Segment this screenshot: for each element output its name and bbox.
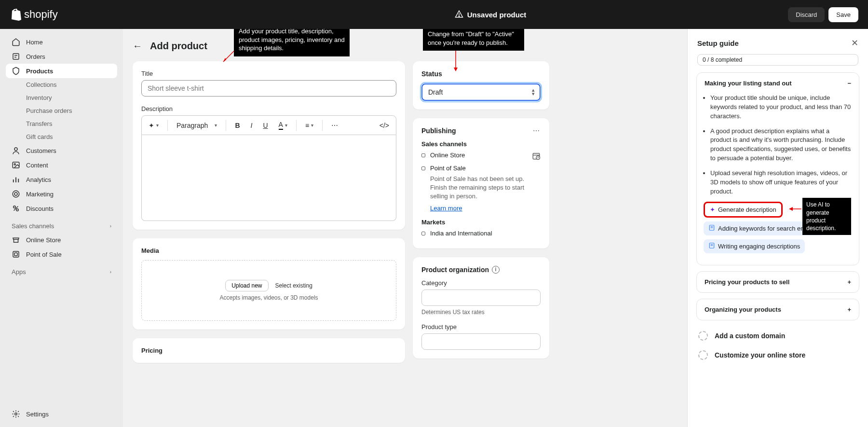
pub-pos: Point of Sale — [421, 165, 541, 172]
status-select[interactable]: Draft — [421, 83, 541, 101]
ai-sparkle-button[interactable]: ✦ ▾ — [147, 120, 161, 131]
svg-marker-27 — [789, 207, 793, 211]
nav-content[interactable]: Content — [6, 158, 117, 172]
chevron-right-icon: › — [110, 269, 111, 275]
annotation-status: Change from "Draft" to "Active" once you… — [423, 29, 524, 51]
market-row: India and International — [421, 230, 541, 237]
chevron-right-icon: › — [110, 223, 111, 229]
setup-section-organizing-toggle[interactable]: Organizing your products + — [697, 299, 859, 320]
pricing-title: Pricing — [141, 347, 396, 354]
setup-guide-panel: Setup guide ✕ 0 / 8 completed Making you… — [687, 29, 868, 427]
svg-marker-22 — [454, 68, 458, 71]
customers-icon — [12, 146, 20, 155]
organization-card: Product organization i Category Determin… — [413, 257, 549, 358]
svg-marker-20 — [223, 58, 226, 62]
description-editor[interactable] — [141, 135, 396, 221]
organization-title: Product organization i — [421, 266, 541, 274]
svg-rect-17 — [14, 253, 17, 256]
nav-home[interactable]: Home — [6, 35, 117, 49]
nav-orders[interactable]: Orders — [6, 49, 117, 64]
nav-products[interactable]: Products — [6, 64, 117, 78]
media-card: Media Upload new Select existing Accepts… — [133, 238, 405, 330]
sidebar: Home Orders Products Collections Invento… — [0, 29, 123, 427]
italic-button[interactable]: I — [249, 120, 255, 131]
nav-settings[interactable]: Settings — [6, 407, 117, 421]
category-label: Category — [421, 279, 541, 287]
description-label: Description — [141, 105, 396, 112]
pos-icon — [12, 250, 20, 259]
close-icon[interactable]: ✕ — [851, 38, 858, 48]
category-hint: Determines US tax rates — [421, 309, 541, 316]
title-input[interactable] — [141, 80, 396, 96]
media-hint: Accepts images, videos, or 3D models — [219, 294, 318, 301]
setup-section-listing-toggle[interactable]: Making your listing stand out − — [697, 73, 859, 94]
upload-new-button[interactable]: Upload new — [225, 280, 268, 291]
nav-gift-cards[interactable]: Gift cards — [6, 130, 117, 143]
page-title: Add product — [150, 41, 207, 52]
nav-discounts[interactable]: Discounts — [6, 201, 117, 216]
text-color-button[interactable]: A ▾ — [277, 119, 289, 132]
nav-purchase-orders[interactable]: Purchase orders — [6, 104, 117, 117]
svg-rect-16 — [13, 251, 19, 257]
info-icon[interactable]: i — [492, 266, 500, 274]
svg-line-15 — [14, 207, 18, 211]
markets-label: Markets — [421, 219, 541, 226]
publishing-more-button[interactable]: ⋯ — [533, 127, 541, 135]
category-input[interactable] — [421, 289, 541, 306]
paragraph-dropdown[interactable]: Paragraph ▾ — [175, 120, 219, 131]
topbar: shopify Unsaved product Discard Save — [0, 0, 868, 29]
nav-pos[interactable]: Point of Sale — [6, 247, 117, 262]
nav-inventory[interactable]: Inventory — [6, 91, 117, 104]
nav-transfers[interactable]: Transfers — [6, 117, 117, 130]
save-button[interactable]: Save — [828, 7, 858, 22]
nav-online-store[interactable]: Online Store — [6, 233, 117, 247]
content-icon — [12, 161, 20, 169]
writing-chip[interactable]: Writing engaging descriptions — [704, 239, 805, 253]
calendar-icon[interactable] — [532, 152, 541, 162]
pos-note: Point of Sale has not been set up. Finis… — [421, 175, 541, 201]
svg-point-11 — [13, 191, 19, 197]
todo-circle-icon — [698, 331, 708, 341]
sparkle-icon: ✦ — [710, 206, 715, 213]
pricing-card: Pricing — [133, 338, 405, 363]
product-type-label: Product type — [421, 323, 541, 331]
select-arrows-icon: ▴▾ — [532, 88, 535, 96]
more-formatting-button[interactable]: ⋯ — [329, 120, 340, 131]
nav-collections[interactable]: Collections — [6, 78, 117, 91]
plus-icon: + — [847, 306, 851, 313]
publishing-title: Publishing — [421, 127, 456, 135]
apps-header[interactable]: Apps › — [6, 262, 117, 278]
publishing-card: Publishing ⋯ Sales channels Online Store… — [413, 118, 549, 248]
sales-channels-header[interactable]: Sales channels › — [6, 216, 117, 233]
book-icon — [708, 242, 715, 250]
setup-section-organizing: Organizing your products + — [696, 299, 859, 320]
media-dropzone[interactable]: Upload new Select existing Accepts image… — [141, 260, 396, 321]
todo-custom-domain[interactable]: Add a custom domain — [696, 326, 859, 345]
minus-icon: − — [847, 80, 851, 87]
marketing-icon — [12, 190, 20, 198]
setup-section-pricing-toggle[interactable]: Pricing your products to sell + — [697, 272, 859, 292]
todo-customize-store[interactable]: Customize your online store — [696, 345, 859, 365]
svg-point-13 — [14, 206, 16, 208]
nav-marketing[interactable]: Marketing — [6, 187, 117, 201]
align-button[interactable]: ≡ ▾ — [303, 120, 315, 131]
status-title: Status — [421, 70, 541, 78]
generate-description-chip[interactable]: ✦ Generate description — [704, 202, 783, 218]
tip-item: Your product title should be unique, inc… — [710, 94, 851, 121]
back-arrow[interactable]: ← — [133, 41, 142, 52]
bold-button[interactable]: B — [233, 120, 242, 131]
discard-button[interactable]: Discard — [788, 7, 825, 22]
nav-customers[interactable]: Customers — [6, 143, 117, 158]
learn-more-link[interactable]: Learn more — [430, 205, 462, 212]
svg-point-14 — [16, 209, 19, 211]
rte-toolbar: ✦ ▾ Paragraph ▾ B I U A ▾ ≡ ▾ ⋯ </> — [141, 115, 396, 135]
svg-point-5 — [14, 148, 17, 151]
underline-button[interactable]: U — [261, 120, 270, 131]
product-type-input[interactable] — [421, 333, 541, 350]
svg-point-7 — [14, 164, 15, 165]
nav-analytics[interactable]: Analytics — [6, 172, 117, 187]
orders-icon — [12, 52, 20, 61]
code-view-button[interactable]: </> — [378, 120, 391, 131]
setup-section-pricing: Pricing your products to sell + — [696, 271, 859, 293]
select-existing-link[interactable]: Select existing — [275, 282, 312, 289]
